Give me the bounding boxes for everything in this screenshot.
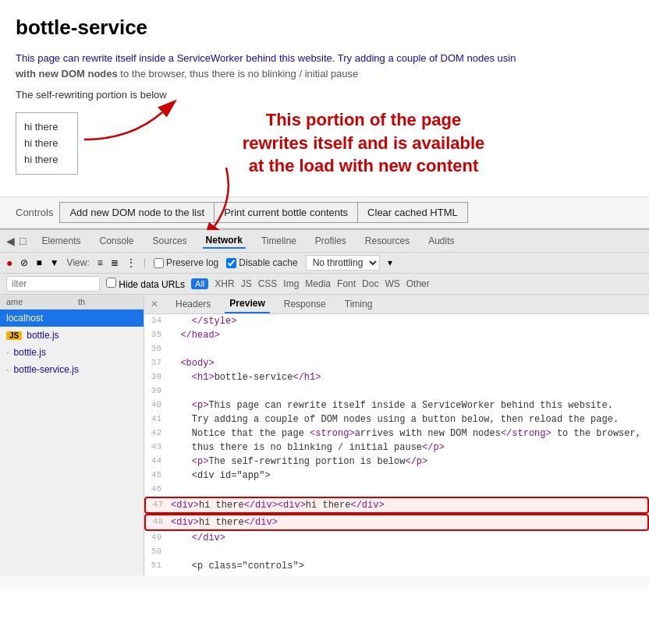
line-content: </div> xyxy=(169,531,649,545)
filter-font[interactable]: Font xyxy=(337,278,356,289)
line-content: <h1>bottle-service</h1> xyxy=(169,370,649,384)
view-icon-other[interactable]: ⋮ xyxy=(126,257,136,268)
line-number: 39 xyxy=(144,384,169,398)
filter-other[interactable]: Other xyxy=(406,278,430,289)
filter-all-badge[interactable]: All xyxy=(191,278,208,289)
line-content: Notice that the page <strong>arrives wit… xyxy=(169,426,649,441)
tab-audits[interactable]: Audits xyxy=(425,234,457,248)
line-number: 50 xyxy=(144,545,169,559)
clear-cache-button[interactable]: Clear cached HTML xyxy=(357,202,468,223)
controls-label: Controls xyxy=(16,207,53,218)
disable-cache-checkbox[interactable] xyxy=(226,258,236,268)
devtools-main: ame th localhost JS bottle.js ◦ bottle.j… xyxy=(0,295,649,575)
line-number: 35 xyxy=(144,328,169,342)
desc-text-1: This page can rewrite itself inside a Se… xyxy=(16,52,516,64)
desc-strong: with new DOM nodes xyxy=(16,68,118,80)
back-icon[interactable]: ◀ xyxy=(6,235,15,247)
filter-doc[interactable]: Doc xyxy=(362,278,378,289)
video-btn[interactable]: ■ xyxy=(36,257,41,268)
line-content xyxy=(169,342,649,356)
line-content: <p>This page can rewrite itself inside a… xyxy=(169,398,649,412)
preserve-log-text: Preserve log xyxy=(166,257,218,268)
dot-icon-2: ◦ xyxy=(6,366,9,374)
tab-profiles[interactable]: Profiles xyxy=(312,234,349,248)
filter-css[interactable]: CSS xyxy=(258,278,278,289)
line-number: 38 xyxy=(144,370,169,384)
sidebar-item-bottle-js[interactable]: JS bottle.js xyxy=(0,327,144,344)
filter-img[interactable]: Img xyxy=(283,278,299,289)
add-node-button[interactable]: Add new DOM node to the list xyxy=(59,202,214,223)
devtools-tabbar: ◀ □ Elements Console Sources Network Tim… xyxy=(0,230,649,253)
devtools-filter-bar: Hide data URLs All XHR JS CSS Img Media … xyxy=(0,274,649,295)
devtools-content: ✕ Headers Preview Response Timing 34 </s… xyxy=(144,295,649,575)
print-bottle-button[interactable]: Print current bottle contents xyxy=(214,202,357,223)
devtools-icons: ◀ □ xyxy=(6,235,26,247)
code-viewer: 34 </style>35 </head>3637 <body>38 <h1>b… xyxy=(144,314,649,575)
controls-bar: Controls Add new DOM node to the list Pr… xyxy=(0,196,649,228)
line-content: <div id="app"> xyxy=(169,469,649,483)
devtools-panel: ◀ □ Elements Console Sources Network Tim… xyxy=(0,228,649,587)
sidebar-item-localhost[interactable]: localhost xyxy=(0,310,144,327)
close-btn[interactable]: ✕ xyxy=(151,299,158,310)
filter-ws[interactable]: WS xyxy=(385,278,399,289)
line-number: 52 xyxy=(144,573,169,575)
preserve-log-checkbox[interactable] xyxy=(154,258,164,268)
tab-timeline[interactable]: Timeline xyxy=(258,234,300,248)
line-content: <body> xyxy=(169,356,649,370)
sidebar-col-path: th xyxy=(72,295,144,309)
view-icon-list[interactable]: ≡ xyxy=(98,257,103,268)
tab-console[interactable]: Console xyxy=(97,234,137,248)
tab-resources[interactable]: Resources xyxy=(362,234,413,248)
sidebar-item-bottle-service-js[interactable]: ◦ bottle-service.js xyxy=(0,361,144,378)
filter-xhr[interactable]: XHR xyxy=(215,278,234,289)
line-content: <div>hi there</div> xyxy=(171,515,647,529)
sidebar-item-bottle-js-badge: JS xyxy=(6,331,22,340)
hide-data-urls-checkbox[interactable] xyxy=(106,278,116,288)
desc-text-2: to the browser, thus there is no blinkin… xyxy=(120,68,358,80)
sidebar-item-bottle-js-2[interactable]: ◦ bottle.js xyxy=(0,344,144,361)
line-content xyxy=(169,483,649,497)
record-btn[interactable]: ● xyxy=(6,257,12,269)
line-number: 37 xyxy=(144,356,169,370)
sidebar-item-bottle-js-label: bottle.js xyxy=(27,330,59,341)
sidebar-item-bottle-service-js-label: bottle-service.js xyxy=(14,364,79,375)
view-icon-tree[interactable]: ≣ xyxy=(111,257,119,268)
dot-icon-1: ◦ xyxy=(6,349,9,357)
hi-there-line-1: hi there xyxy=(24,119,69,136)
tab-headers[interactable]: Headers xyxy=(171,295,215,313)
tab-response[interactable]: Response xyxy=(279,295,331,313)
filter-media[interactable]: Media xyxy=(305,278,331,289)
disable-cache-label[interactable]: Disable cache xyxy=(226,257,297,268)
sidebar-item-bottle-js-2-label: bottle.js xyxy=(14,347,46,358)
devtools-toolbar2: ● ⊘ ■ ▼ View: ≡ ≣ ⋮ | Preserve log Disab… xyxy=(0,253,649,274)
filter-js[interactable]: JS xyxy=(241,278,252,289)
line-number: 41 xyxy=(144,412,169,426)
hide-data-urls-label[interactable]: Hide data URLs xyxy=(106,278,185,290)
line-content: </style> xyxy=(169,314,649,328)
throttle-select[interactable]: No throttling xyxy=(306,255,380,271)
page-description: This page can rewrite itself inside a Se… xyxy=(16,51,633,81)
sidebar-col-name: ame xyxy=(0,295,72,309)
tab-preview[interactable]: Preview xyxy=(225,295,269,313)
content-row: hi there hi there hi there This portion … xyxy=(16,108,633,178)
annotation-area: This portion of the page rewrites itself… xyxy=(94,108,633,178)
tab-sources[interactable]: Sources xyxy=(150,234,190,248)
self-rewriting-label: The self-rewriting portion is below xyxy=(16,89,633,101)
tab-timing[interactable]: Timing xyxy=(340,295,378,313)
hi-there-line-2: hi there xyxy=(24,136,69,152)
line-number: 44 xyxy=(144,455,169,469)
device-icon[interactable]: □ xyxy=(20,235,26,247)
preserve-log-label[interactable]: Preserve log xyxy=(154,257,218,268)
filter-input[interactable] xyxy=(6,276,100,292)
tab-network[interactable]: Network xyxy=(203,233,246,249)
filter-btn[interactable]: ▼ xyxy=(50,257,59,268)
line-content: </head> xyxy=(169,328,649,342)
line-number: 40 xyxy=(144,398,169,412)
stop-btn[interactable]: ⊘ xyxy=(20,257,28,268)
page-title: bottle-service xyxy=(16,16,633,40)
tab-elements[interactable]: Elements xyxy=(38,234,83,248)
line-number: 34 xyxy=(144,314,169,328)
line-number: 46 xyxy=(144,483,169,497)
line-content xyxy=(169,384,649,398)
line-content: Try adding a couple of DOM nodes using a… xyxy=(169,412,649,426)
